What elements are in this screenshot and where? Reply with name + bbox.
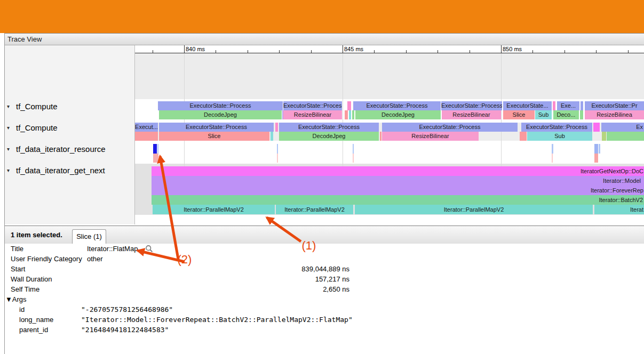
- trace-slice[interactable]: ExecutorState::Process: [159, 123, 274, 132]
- analysis-row-value: 2,650 ns: [5, 285, 349, 293]
- arg-key: id: [19, 305, 25, 313]
- trace-slice[interactable]: [593, 123, 600, 132]
- arg-value: "Iterator::Model::ForeverRepeat::BatchV2…: [81, 316, 353, 324]
- ruler-minor-tick: [311, 50, 312, 53]
- trace-slice[interactable]: [607, 132, 644, 141]
- collapse-track-button[interactable]: ▾: [7, 103, 10, 109]
- trace-slice[interactable]: [277, 144, 278, 154]
- trace-slice[interactable]: [552, 154, 553, 163]
- trace-slice[interactable]: Exe...: [557, 101, 579, 110]
- collapse-track-button[interactable]: ▾: [7, 167, 10, 173]
- trace-slice[interactable]: ExecutorState::Process: [441, 101, 502, 110]
- trace-slice[interactable]: ExecutorState::Process: [283, 101, 342, 110]
- track-label-panel: ▾tf_Compute▾tf_Compute▾tf_data_iterator_…: [5, 45, 135, 224]
- arg-key: parent_id: [19, 326, 48, 334]
- analysis-header: 1 item selected. Slice (1): [5, 226, 644, 244]
- trace-slice[interactable]: [153, 154, 158, 163]
- selection-summary: 1 item selected.: [11, 226, 62, 244]
- trace-slice[interactable]: Ex: [601, 123, 644, 132]
- trace-slice[interactable]: ResizeBilinear: [283, 110, 342, 119]
- trace-slice[interactable]: [153, 144, 157, 154]
- trace-slice[interactable]: DecodeJpeg: [279, 132, 379, 141]
- track-label-row: ▾tf_Compute: [5, 123, 134, 134]
- trace-slice[interactable]: [594, 144, 598, 154]
- tab-slice[interactable]: Slice (1): [72, 229, 106, 245]
- trace-slice[interactable]: Sub: [535, 110, 552, 119]
- ruler-minor-tick: [628, 50, 629, 53]
- trace-slice[interactable]: [347, 101, 351, 110]
- trace-slice[interactable]: ExecutorState...: [503, 101, 552, 110]
- trace-slice[interactable]: ExecutorState::Process: [158, 101, 283, 110]
- ruler-major-tick: [343, 45, 343, 53]
- ruler-major-tick: [501, 45, 502, 53]
- time-ruler[interactable]: 840 ms845 ms850 ms: [135, 45, 644, 53]
- trace-slice[interactable]: Iterat: [594, 205, 644, 214]
- trace-slice[interactable]: DecodeJpeg: [159, 110, 282, 119]
- trace-slice[interactable]: [520, 132, 527, 141]
- track-name: tf_Compute: [16, 123, 58, 132]
- trace-slice[interactable]: Iterator::ParallelMapV2: [276, 205, 353, 214]
- ruler-major-tick: [184, 45, 185, 53]
- track-name: tf_Compute: [16, 102, 58, 111]
- analysis-row-value: 157,217 ns: [5, 275, 349, 283]
- collapse-track-button[interactable]: ▾: [7, 146, 10, 152]
- analysis-row: User Friendly Categoryother: [5, 254, 644, 264]
- arg-key: long_name: [19, 316, 53, 324]
- trace-view-titlebar: Trace View: [5, 33, 644, 45]
- trace-slice[interactable]: ExecutorState::Process: [521, 123, 592, 132]
- trace-slice[interactable]: Deco...: [553, 110, 579, 119]
- trace-slice[interactable]: ExecutorState::Process: [279, 123, 379, 132]
- ruler-minor-tick: [532, 50, 533, 53]
- trace-slice[interactable]: Iterator::ParallelMapV2: [153, 205, 275, 214]
- trace-slice[interactable]: [581, 101, 583, 110]
- trace-slice[interactable]: [135, 132, 158, 141]
- trace-slice[interactable]: [380, 132, 381, 141]
- args-collapse-toggle[interactable]: ▼Args: [5, 295, 27, 303]
- ruler-minor-tick: [406, 50, 407, 53]
- trace-slice[interactable]: [553, 101, 555, 110]
- collapse-track-button[interactable]: ▾: [7, 125, 10, 131]
- trace-slice[interactable]: [353, 154, 354, 163]
- trace-slice[interactable]: Slice: [503, 110, 535, 119]
- trace-slice[interactable]: [275, 123, 278, 132]
- trace-slice[interactable]: [580, 110, 583, 119]
- trace-view-title: Trace View: [7, 35, 42, 43]
- trace-slice[interactable]: [157, 144, 158, 154]
- trace-slice[interactable]: Sub: [527, 132, 592, 141]
- trace-slice[interactable]: [271, 132, 273, 141]
- trace-slice[interactable]: IteratorGetNextOp::DoC: [152, 166, 644, 176]
- trace-slice[interactable]: [349, 110, 351, 119]
- trace-slice[interactable]: Slice: [159, 132, 269, 141]
- trace-slice[interactable]: [345, 110, 348, 119]
- arg-row: long_name"Iterator::Model::ForeverRepeat…: [5, 315, 644, 325]
- trace-slice[interactable]: [352, 110, 354, 119]
- trace-slice[interactable]: [552, 144, 553, 154]
- trace-slice[interactable]: [353, 144, 354, 154]
- ruler-minor-tick: [248, 50, 248, 53]
- analysis-row-value: other: [87, 255, 103, 263]
- trace-slice[interactable]: [277, 154, 278, 163]
- ruler-minor-tick: [470, 50, 470, 53]
- track-label-row: ▾tf_Compute: [5, 102, 134, 112]
- trace-slice[interactable]: Iterator::BatchV2: [152, 195, 644, 205]
- ruler-minor-tick: [374, 50, 375, 53]
- trace-slice[interactable]: [594, 154, 598, 163]
- trace-slice[interactable]: ExecutorState::Pr: [585, 101, 644, 110]
- trace-slice[interactable]: ExecutorState::Process: [353, 101, 441, 110]
- trace-slice[interactable]: ExecutorState::Process: [382, 123, 518, 132]
- trace-slice[interactable]: Iterator::Model: [152, 176, 644, 186]
- trace-slice[interactable]: Iterator::ForeverRep: [152, 186, 644, 195]
- trace-slice[interactable]: ResizeBilinear: [382, 132, 479, 141]
- ruler-minor-tick: [565, 50, 565, 53]
- trace-slice[interactable]: DecodeJpeg: [355, 110, 441, 119]
- trace-slice[interactable]: [599, 144, 600, 154]
- analysis-row-label: Title: [11, 245, 23, 253]
- trace-slice[interactable]: [602, 132, 606, 141]
- trace-slice[interactable]: Execut...: [135, 123, 158, 132]
- page: Trace View ▾tf_Compute▾tf_Compute▾tf_dat…: [0, 0, 644, 354]
- trace-slice[interactable]: Iterator::ParallelMapV2: [355, 205, 593, 214]
- arg-value: "2164849418122484583": [81, 326, 169, 334]
- ruler-time-label: 850 ms: [503, 46, 522, 52]
- trace-slice[interactable]: ResizeBilinea: [585, 110, 644, 119]
- trace-slice[interactable]: ResizeBilinear: [442, 110, 501, 119]
